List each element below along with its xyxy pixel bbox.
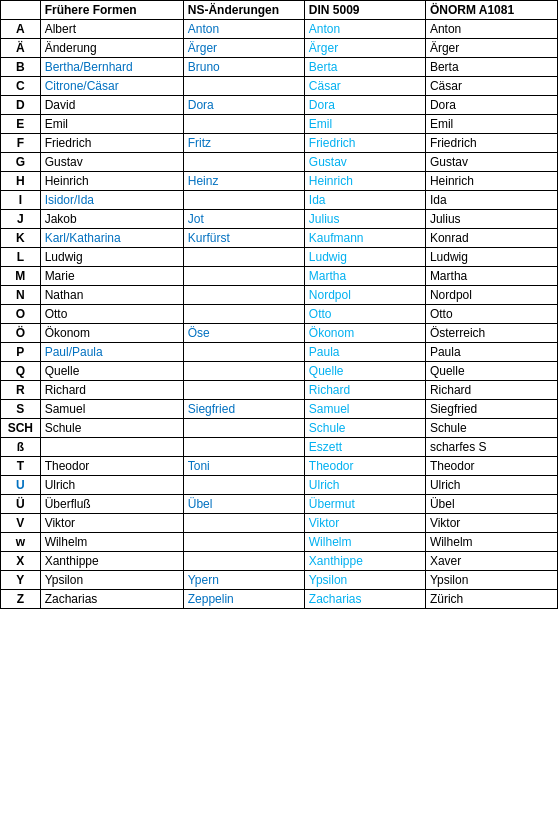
cell-earlier: Ulrich bbox=[40, 476, 183, 495]
cell-earlier: Bertha/Bernhard bbox=[40, 58, 183, 77]
header-letter bbox=[1, 1, 41, 20]
cell-din: Berta bbox=[304, 58, 425, 77]
cell-earlier: Karl/Katharina bbox=[40, 229, 183, 248]
cell-letter: O bbox=[1, 305, 41, 324]
table-row: YYpsilonYpernYpsilonYpsilon bbox=[1, 571, 558, 590]
table-row: VViktorViktorViktor bbox=[1, 514, 558, 533]
cell-ns: Öse bbox=[183, 324, 304, 343]
cell-ns: Heinz bbox=[183, 172, 304, 191]
cell-earlier: Friedrich bbox=[40, 134, 183, 153]
table-row: BBertha/BernhardBrunoBertaBerta bbox=[1, 58, 558, 77]
cell-onorm: Xaver bbox=[425, 552, 557, 571]
cell-letter: N bbox=[1, 286, 41, 305]
cell-earlier: Zacharias bbox=[40, 590, 183, 609]
cell-earlier: Änderung bbox=[40, 39, 183, 58]
cell-din: Gustav bbox=[304, 153, 425, 172]
cell-onorm: Martha bbox=[425, 267, 557, 286]
cell-letter: A bbox=[1, 20, 41, 39]
alphabet-table: Frühere Formen NS-Änderungen DIN 5009 ÖN… bbox=[0, 0, 558, 609]
table-row: DDavidDoraDoraDora bbox=[1, 96, 558, 115]
cell-earlier: Ökonom bbox=[40, 324, 183, 343]
cell-onorm: Gustav bbox=[425, 153, 557, 172]
cell-din: Martha bbox=[304, 267, 425, 286]
cell-earlier: Überfluß bbox=[40, 495, 183, 514]
cell-onorm: Übel bbox=[425, 495, 557, 514]
cell-onorm: Berta bbox=[425, 58, 557, 77]
table-row: ÄÄnderungÄrgerÄrgerÄrger bbox=[1, 39, 558, 58]
cell-onorm: Zürich bbox=[425, 590, 557, 609]
table-row: NNathanNordpolNordpol bbox=[1, 286, 558, 305]
cell-onorm: Theodor bbox=[425, 457, 557, 476]
cell-letter: E bbox=[1, 115, 41, 134]
table-row: OOttoOttoOtto bbox=[1, 305, 558, 324]
cell-earlier: Ludwig bbox=[40, 248, 183, 267]
cell-din: Richard bbox=[304, 381, 425, 400]
cell-ns bbox=[183, 514, 304, 533]
cell-letter: B bbox=[1, 58, 41, 77]
table-row: ZZachariasZeppelinZachariasZürich bbox=[1, 590, 558, 609]
cell-din: Ärger bbox=[304, 39, 425, 58]
cell-earlier bbox=[40, 438, 183, 457]
cell-letter: ß bbox=[1, 438, 41, 457]
table-row: HHeinrichHeinzHeinrichHeinrich bbox=[1, 172, 558, 191]
cell-letter: T bbox=[1, 457, 41, 476]
cell-earlier: Albert bbox=[40, 20, 183, 39]
table-row: IIsidor/IdaIdaIda bbox=[1, 191, 558, 210]
cell-earlier: Schule bbox=[40, 419, 183, 438]
cell-din: Ida bbox=[304, 191, 425, 210]
cell-onorm: Konrad bbox=[425, 229, 557, 248]
cell-earlier: Wilhelm bbox=[40, 533, 183, 552]
cell-onorm: Emil bbox=[425, 115, 557, 134]
cell-din: Theodor bbox=[304, 457, 425, 476]
cell-earlier: Richard bbox=[40, 381, 183, 400]
cell-ns: Bruno bbox=[183, 58, 304, 77]
cell-din: Ludwig bbox=[304, 248, 425, 267]
cell-ns bbox=[183, 343, 304, 362]
table-row: KKarl/KatharinaKurfürstKaufmannKonrad bbox=[1, 229, 558, 248]
cell-din: Ypsilon bbox=[304, 571, 425, 590]
cell-ns: Dora bbox=[183, 96, 304, 115]
cell-din: Emil bbox=[304, 115, 425, 134]
cell-din: Cäsar bbox=[304, 77, 425, 96]
cell-onorm: Ludwig bbox=[425, 248, 557, 267]
cell-ns bbox=[183, 286, 304, 305]
cell-letter: X bbox=[1, 552, 41, 571]
table-row: JJakobJotJuliusJulius bbox=[1, 210, 558, 229]
header-ns: NS-Änderungen bbox=[183, 1, 304, 20]
cell-din: Otto bbox=[304, 305, 425, 324]
cell-din: Ökonom bbox=[304, 324, 425, 343]
table-row: ßEszettscharfes S bbox=[1, 438, 558, 457]
table-row: UUlrichUlrichUlrich bbox=[1, 476, 558, 495]
cell-earlier: Isidor/Ida bbox=[40, 191, 183, 210]
cell-onorm: Anton bbox=[425, 20, 557, 39]
cell-earlier: Jakob bbox=[40, 210, 183, 229]
cell-ns bbox=[183, 153, 304, 172]
table-row: LLudwigLudwigLudwig bbox=[1, 248, 558, 267]
cell-din: Heinrich bbox=[304, 172, 425, 191]
cell-letter: J bbox=[1, 210, 41, 229]
table-row: QQuelleQuelleQuelle bbox=[1, 362, 558, 381]
table-row: ÜÜberflußÜbelÜbermutÜbel bbox=[1, 495, 558, 514]
cell-din: Samuel bbox=[304, 400, 425, 419]
cell-onorm: Otto bbox=[425, 305, 557, 324]
cell-onorm: Siegfried bbox=[425, 400, 557, 419]
cell-letter: SCH bbox=[1, 419, 41, 438]
cell-din: Nordpol bbox=[304, 286, 425, 305]
cell-letter: M bbox=[1, 267, 41, 286]
cell-onorm: Cäsar bbox=[425, 77, 557, 96]
cell-din: Wilhelm bbox=[304, 533, 425, 552]
cell-letter: R bbox=[1, 381, 41, 400]
cell-din: Ulrich bbox=[304, 476, 425, 495]
cell-earlier: Citrone/Cäsar bbox=[40, 77, 183, 96]
cell-onorm: Ypsilon bbox=[425, 571, 557, 590]
cell-ns: Siegfried bbox=[183, 400, 304, 419]
cell-din: Xanthippe bbox=[304, 552, 425, 571]
cell-letter: S bbox=[1, 400, 41, 419]
cell-ns bbox=[183, 381, 304, 400]
table-row: PPaul/PaulaPaulaPaula bbox=[1, 343, 558, 362]
cell-earlier: Xanthippe bbox=[40, 552, 183, 571]
cell-onorm: Ida bbox=[425, 191, 557, 210]
cell-earlier: Paul/Paula bbox=[40, 343, 183, 362]
cell-ns bbox=[183, 305, 304, 324]
cell-din: Zacharias bbox=[304, 590, 425, 609]
